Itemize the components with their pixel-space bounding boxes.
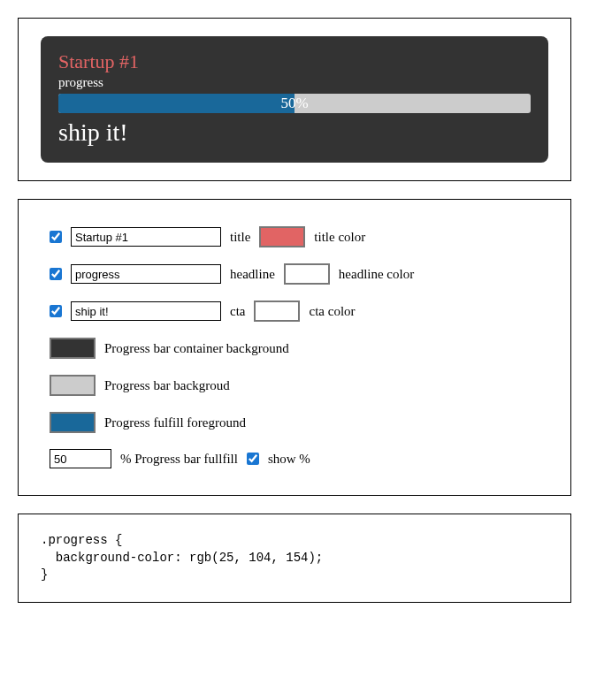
cta-color-label: cta color bbox=[309, 304, 355, 319]
preview-title: Startup #1 bbox=[58, 50, 531, 73]
headline-color-label: headline color bbox=[339, 267, 414, 282]
progress-bar-track: 50% bbox=[58, 94, 531, 113]
show-percent-checkbox[interactable] bbox=[247, 453, 259, 465]
progress-bar-percent-label: 50% bbox=[58, 94, 531, 113]
headline-label: headline bbox=[230, 267, 275, 282]
preview-panel: Startup #1 progress 50% ship it! bbox=[18, 18, 571, 181]
title-color-label: title color bbox=[314, 230, 365, 245]
container-bg-swatch[interactable] bbox=[50, 338, 96, 359]
bar-bg-label: Progress bar backgroud bbox=[104, 378, 230, 393]
title-label: title bbox=[230, 230, 250, 245]
cta-checkbox[interactable] bbox=[50, 305, 62, 317]
headline-row: headline headline color bbox=[50, 263, 539, 285]
controls-panel: title title color headline headline colo… bbox=[18, 199, 571, 496]
percent-input[interactable] bbox=[50, 449, 111, 468]
percent-label: % Progress bar fullfill bbox=[120, 452, 238, 467]
cta-label: cta bbox=[230, 304, 245, 319]
container-bg-label: Progress bar container background bbox=[104, 341, 289, 356]
headline-input[interactable] bbox=[71, 264, 221, 284]
preview-card: Startup #1 progress 50% ship it! bbox=[41, 36, 548, 163]
title-color-swatch[interactable] bbox=[259, 226, 305, 247]
headline-color-swatch[interactable] bbox=[284, 263, 330, 285]
preview-cta: ship it! bbox=[58, 118, 531, 147]
fill-fg-row: Progress fulfill foreground bbox=[50, 412, 539, 433]
show-percent-label: show % bbox=[268, 452, 310, 467]
container-bg-row: Progress bar container background bbox=[50, 338, 539, 359]
cta-color-swatch[interactable] bbox=[254, 301, 300, 322]
code-output-panel: .progress { background-color: rgb(25, 10… bbox=[18, 514, 571, 603]
title-checkbox[interactable] bbox=[50, 231, 62, 243]
cta-row: cta cta color bbox=[50, 301, 539, 322]
headline-checkbox[interactable] bbox=[50, 268, 62, 280]
percent-row: % Progress bar fullfill show % bbox=[50, 449, 539, 468]
fill-fg-swatch[interactable] bbox=[50, 412, 96, 433]
title-input[interactable] bbox=[71, 227, 221, 247]
fill-fg-label: Progress fulfill foreground bbox=[104, 415, 246, 430]
cta-input[interactable] bbox=[71, 301, 221, 321]
bar-bg-swatch[interactable] bbox=[50, 375, 96, 396]
title-row: title title color bbox=[50, 226, 539, 247]
bar-bg-row: Progress bar backgroud bbox=[50, 375, 539, 396]
preview-headline: progress bbox=[58, 75, 531, 90]
